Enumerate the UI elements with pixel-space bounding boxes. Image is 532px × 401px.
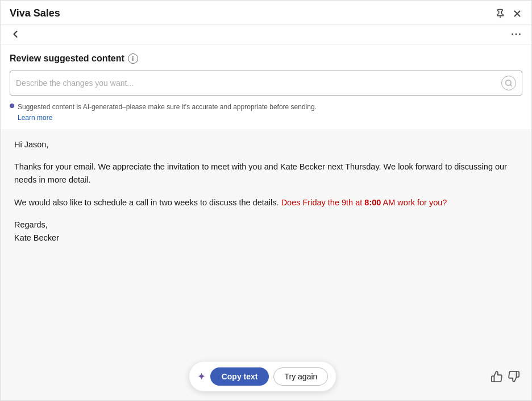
paragraph2-bold: 8:00 (364, 198, 381, 207)
thumbs-up-button[interactable] (491, 370, 503, 383)
email-body-container: Hi Jason, Thanks for your email. We appr… (1, 129, 531, 400)
ai-note-text: Suggested content is AI-generated–please… (18, 103, 317, 111)
paragraph2-end: AM work for you? (381, 198, 447, 207)
send-icon[interactable] (501, 76, 516, 90)
section-title-text: Review suggested content (10, 53, 124, 64)
email-paragraph2: We would also like to schedule a call in… (14, 196, 518, 209)
changes-input[interactable] (16, 78, 501, 88)
copy-text-button[interactable]: Copy text (210, 367, 269, 386)
email-greeting: Hi Jason, (14, 138, 518, 151)
try-again-button[interactable]: Try again (273, 367, 328, 386)
action-bar: ✦ Copy text Try again (1, 362, 531, 391)
svg-line-7 (510, 85, 512, 86)
header: Viva Sales (1, 1, 531, 24)
action-bar-right (491, 370, 520, 383)
thumbs-down-icon (508, 370, 520, 383)
viva-sales-panel: Viva Sales (0, 0, 532, 401)
app-title: Viva Sales (10, 7, 60, 19)
close-icon (512, 9, 522, 19)
more-icon (510, 28, 522, 40)
thumbs-down-button[interactable] (508, 370, 520, 383)
header-actions (495, 9, 522, 19)
paragraph2-highlight: Does Friday the 9th at (281, 198, 365, 207)
svg-point-5 (519, 34, 521, 35)
action-bar-center: ✦ Copy text Try again (189, 362, 336, 391)
content-area: Review suggested content i Suggested con… (1, 44, 531, 400)
thumbs-up-icon (491, 370, 503, 383)
email-body: Hi Jason, Thanks for your email. We appr… (14, 138, 518, 245)
section-title-row: Review suggested content i (10, 53, 522, 64)
pin-icon (495, 9, 505, 19)
signature-text: Kate Becker (14, 233, 59, 242)
nav-row (1, 24, 531, 44)
ai-disclaimer: Suggested content is AI-generated–please… (10, 101, 522, 122)
more-options-button[interactable] (510, 28, 522, 40)
paragraph2-start: We would also like to schedule a call in… (14, 198, 279, 207)
pin-button[interactable] (495, 9, 505, 19)
closing-text: Regards, (14, 220, 48, 229)
back-icon (10, 28, 21, 40)
email-closing: Regards, Kate Becker (14, 218, 518, 245)
changes-input-row[interactable] (10, 71, 522, 96)
email-paragraph1: Thanks for your email. We appreciate the… (14, 160, 518, 187)
sparkle-icon: ✦ (197, 370, 206, 383)
ai-dot (10, 104, 14, 108)
back-button[interactable] (10, 28, 21, 40)
learn-more-link[interactable]: Learn more (18, 114, 52, 122)
info-icon[interactable]: i (128, 53, 138, 64)
svg-point-3 (512, 34, 513, 35)
close-button[interactable] (512, 9, 522, 19)
svg-point-4 (516, 34, 517, 35)
